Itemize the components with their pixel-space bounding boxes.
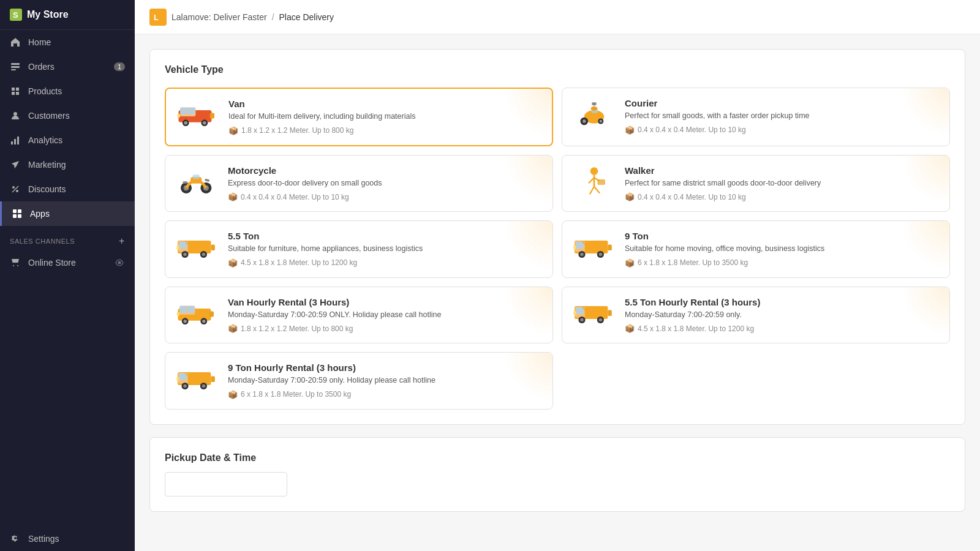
vehicle-info-9ton-hourly: 9 Ton Hourly Rental (3 hours)Monday-Satu… — [228, 362, 543, 399]
vehicle-desc-9ton: Suitable for home moving, office moving,… — [625, 244, 940, 255]
sidebar-item-products[interactable]: Products — [0, 79, 135, 103]
vehicle-card-5ton-hourly[interactable]: 5.5 Ton Hourly Rental (3 hours)Monday-Sa… — [562, 287, 950, 344]
svg-rect-12 — [13, 209, 17, 213]
app-logo: L — [149, 9, 167, 26]
vehicle-card-courier[interactable]: CourierPerfect for small goods, with a f… — [562, 88, 950, 146]
svg-rect-22 — [188, 108, 195, 115]
svg-point-86 — [580, 318, 584, 322]
svg-point-97 — [202, 384, 206, 388]
vehicle-card-5ton[interactable]: 5.5 TonSuitable for furniture, home appl… — [165, 220, 553, 278]
svg-line-51 — [590, 187, 594, 195]
svg-rect-89 — [608, 310, 611, 317]
sidebar-label-orders: Orders — [28, 62, 55, 72]
vehicle-name-van: Van — [228, 99, 542, 109]
vehicle-info-walker: WalkerPerfect for same district small go… — [625, 165, 940, 202]
vehicle-name-courier: Courier — [625, 98, 940, 108]
svg-point-34 — [600, 119, 603, 122]
svg-point-95 — [183, 384, 187, 388]
vehicle-card-van-hourly[interactable]: Van Hourly Rental (3 Hours)Monday-Saturd… — [165, 287, 553, 344]
sidebar-item-discounts[interactable]: Discounts — [0, 177, 135, 201]
svg-rect-56 — [179, 241, 187, 248]
sidebar-item-settings[interactable]: Settings — [0, 527, 135, 551]
lalamove-logo-icon: L — [152, 11, 164, 23]
sidebar-label-products: Products — [28, 86, 62, 96]
vehicle-desc-motorcycle: Express door-to-door delivery on small g… — [228, 178, 543, 189]
shopify-icon: S — [10, 9, 22, 21]
vehicle-card-9ton-hourly[interactable]: 9 Ton Hourly Rental (3 hours)Monday-Satu… — [165, 352, 553, 410]
svg-text:S: S — [13, 10, 18, 20]
marketing-icon — [10, 159, 21, 170]
products-icon — [10, 86, 21, 97]
vehicle-info-5ton-hourly: 5.5 Ton Hourly Rental (3 hours)Monday-Sa… — [625, 297, 940, 334]
vehicle-info-5ton: 5.5 TonSuitable for furniture, home appl… — [228, 231, 543, 268]
sidebar-item-apps[interactable]: Apps — [0, 201, 135, 226]
svg-rect-61 — [211, 244, 214, 250]
svg-rect-2 — [11, 63, 20, 65]
pickup-date-input[interactable] — [165, 472, 287, 497]
svg-point-24 — [184, 121, 187, 124]
breadcrumb-app: Lalamove: Deliver Faster — [172, 12, 267, 22]
sidebar-item-analytics[interactable]: Analytics — [0, 128, 135, 152]
vehicle-desc-walker: Perfect for same district small goods do… — [625, 178, 940, 189]
vehicle-card-van[interactable]: VanIdeal for Multi-item delivery, includ… — [165, 88, 553, 146]
box-icon: 📦 — [625, 258, 635, 268]
settings-icon — [10, 533, 21, 544]
customers-icon — [10, 110, 21, 121]
sidebar-item-online-store[interactable]: Online Store — [0, 250, 135, 275]
vehicle-grid: VanIdeal for Multi-item delivery, includ… — [165, 88, 950, 410]
sidebar-label-analytics: Analytics — [28, 135, 62, 145]
settings-label: Settings — [28, 534, 59, 544]
analytics-icon — [10, 135, 21, 146]
svg-point-60 — [202, 252, 206, 256]
sidebar-item-customers[interactable]: Customers — [0, 103, 135, 128]
sidebar-bottom: Settings — [0, 527, 135, 551]
vehicle-name-motorcycle: Motorcycle — [228, 165, 543, 176]
visibility-icon[interactable] — [114, 257, 125, 268]
vehicle-card-walker[interactable]: WalkerPerfect for same district small go… — [562, 155, 950, 212]
vehicle-name-5ton: 5.5 Ton — [228, 231, 543, 241]
add-sales-channel-button[interactable]: + — [119, 236, 125, 247]
vehicle-dims-5ton-hourly: 📦 4.5 x 1.8 x 1.8 Meter. Up to 1200 kg — [625, 324, 940, 333]
sidebar-item-home[interactable]: Home — [0, 30, 135, 54]
sidebar-label-home: Home — [28, 37, 51, 47]
pickup-card: Pickup Date & Time — [149, 437, 965, 512]
orders-badge: 1 — [114, 62, 125, 71]
svg-point-9 — [12, 186, 15, 189]
svg-point-32 — [582, 119, 586, 122]
sidebar-item-marketing[interactable]: Marketing — [0, 152, 135, 177]
svg-rect-74 — [179, 305, 187, 313]
svg-rect-8 — [17, 137, 19, 144]
vehicle-image-motorcycle — [175, 165, 219, 200]
vehicle-desc-9ton-hourly: Monday-Saturday 7:00-20:59 only. Holiday… — [228, 375, 543, 386]
svg-rect-99 — [176, 377, 179, 381]
box-icon: 📦 — [228, 258, 238, 268]
svg-rect-81 — [177, 312, 180, 315]
box-icon: 📦 — [228, 324, 238, 333]
store-name: My Store — [27, 9, 69, 20]
vehicle-card-motorcycle[interactable]: MotorcycleExpress door-to-door delivery … — [165, 155, 553, 212]
svg-point-58 — [183, 252, 187, 256]
vehicle-desc-5ton-hourly: Monday-Saturday 7:00-20:59 only. — [625, 310, 940, 321]
vehicle-name-9ton: 9 Ton — [625, 231, 940, 241]
svg-rect-3 — [11, 66, 20, 68]
vehicle-image-5ton — [175, 231, 219, 265]
box-icon: 📦 — [625, 126, 635, 135]
svg-rect-21 — [180, 108, 187, 115]
box-icon: 📦 — [228, 192, 238, 201]
svg-rect-65 — [576, 241, 584, 248]
svg-rect-46 — [205, 179, 209, 182]
sidebar-item-orders[interactable]: Orders 1 — [0, 54, 135, 79]
svg-rect-45 — [183, 181, 187, 184]
svg-point-79 — [202, 320, 205, 323]
vehicle-info-courier: CourierPerfect for small goods, with a f… — [625, 98, 940, 135]
vehicle-card-9ton[interactable]: 9 TonSuitable for home moving, office mo… — [562, 220, 950, 278]
svg-rect-38 — [592, 102, 596, 105]
vehicle-dims-courier: 📦 0.4 x 0.4 x 0.4 Meter. Up to 10 kg — [625, 126, 940, 135]
svg-point-88 — [599, 318, 603, 322]
vehicle-info-van-hourly: Van Hourly Rental (3 Hours)Monday-Saturd… — [228, 297, 543, 334]
vehicle-name-9ton-hourly: 9 Ton Hourly Rental (3 hours) — [228, 362, 543, 373]
vehicle-type-title: Vehicle Type — [165, 64, 950, 75]
vehicle-image-courier — [572, 98, 616, 132]
vehicle-type-card: Vehicle Type VanIdeal for Multi-item del… — [149, 49, 965, 425]
vehicle-info-9ton: 9 TonSuitable for home moving, office mo… — [625, 231, 940, 268]
